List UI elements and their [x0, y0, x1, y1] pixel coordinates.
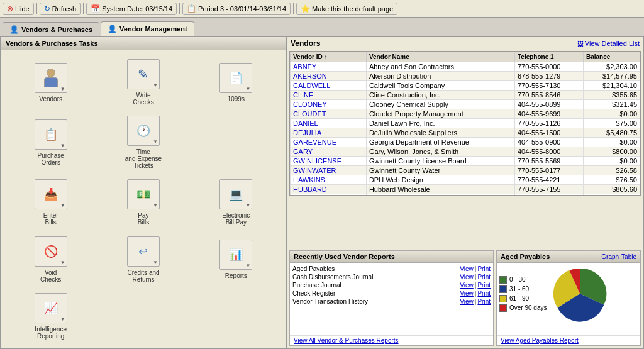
table-row[interactable]: AKERSON Akerson Distribution 678-555-127… [291, 72, 640, 81]
report-print-link[interactable]: Print [477, 298, 491, 305]
vendor-link[interactable]: GWINLICENSE [293, 157, 341, 165]
right-panel: Vendors 🖼 View Detailed List Vendor ID ↑… [287, 37, 643, 348]
table-row[interactable]: HUBBARD Hubbard Wholesale 770-555-7155 $… [291, 185, 640, 194]
vendor-link[interactable]: ABNEY [293, 63, 316, 70]
report-print-link[interactable]: Print [477, 282, 491, 289]
vendor-link[interactable]: AKERSON [293, 72, 327, 80]
table-row[interactable]: JACKSON Jackson Advertising Company 404-… [291, 194, 640, 196]
task-vendors[interactable]: ▼ Vendors [7, 57, 94, 108]
vendor-link[interactable]: CLOUDET [293, 110, 326, 118]
table-row[interactable]: DANIEL Daniel Lawn Pro, Inc. 770-555-112… [291, 119, 640, 128]
report-print-link[interactable]: Print [477, 290, 491, 297]
table-row[interactable]: DEJULIA DeJulia Wholesale Suppliers 404-… [291, 128, 640, 138]
vendor-link[interactable]: HUBBARD [293, 186, 327, 193]
view-all-reports-link[interactable]: View All Vendor & Purchases Reports [290, 335, 493, 345]
table-row[interactable]: GARY Gary, Wilson, Jones, & Smith 404-55… [291, 147, 640, 157]
report-links: View | Print [460, 282, 491, 289]
table-row[interactable]: GWINWATER Gwinnett County Water 770-555-… [291, 166, 640, 175]
vendor-id-cell[interactable]: CLOUDET [291, 109, 367, 119]
vendor-link[interactable]: GARY [293, 148, 313, 155]
vendor-link[interactable]: DEJULIA [293, 129, 321, 136]
task-purchase-orders-label: PurchaseOrders [38, 152, 64, 166]
vendor-id-cell[interactable]: CLINE [291, 91, 367, 100]
period-button[interactable]: 📋 Period 3 - 03/01/14-03/31/14 [182, 3, 291, 15]
vendor-link[interactable]: CALDWELL [293, 82, 330, 89]
vendor-id-cell[interactable]: CALDWELL [291, 81, 367, 91]
vendor-id-cell[interactable]: DANIEL [291, 119, 367, 128]
table-row[interactable]: CLOONEY Clooney Chemical Supply 404-555-… [291, 100, 640, 109]
task-void-checks[interactable]: 🚫 ▼ VoidChecks [7, 234, 94, 285]
vendor-link[interactable]: GWINWATER [293, 167, 336, 174]
refresh-button[interactable]: ↻ Refresh [40, 3, 81, 15]
doc-icon: 📄 [229, 71, 243, 85]
table-row[interactable]: HAWKINS DPH Web Design 770-555-4221 $76.… [291, 175, 640, 185]
vendor-id-cell[interactable]: GAREVENUE [291, 138, 367, 147]
tab-vendors-purchases[interactable]: 👤 Vendors & Purchases [3, 22, 99, 36]
table-row[interactable]: GWINLICENSE Gwinnett County License Boar… [291, 157, 640, 166]
system-date-button[interactable]: 📅 System Date: 03/15/14 [86, 3, 177, 15]
report-view-link[interactable]: View [460, 282, 474, 289]
task-write-checks[interactable]: ✎ ▼ WriteChecks [99, 57, 187, 108]
task-pay-bills[interactable]: 💵 ▼ PayBills [99, 177, 187, 228]
table-row[interactable]: CLINE Cline Construction, Inc. 770-555-8… [291, 91, 640, 100]
report-view-link[interactable]: View [460, 298, 474, 305]
task-reports[interactable]: 📊 ▼ Reports [192, 234, 280, 285]
aged-pie-chart [552, 265, 608, 322]
aged-graph-tab[interactable]: Graph [601, 253, 619, 260]
table-row[interactable]: CALDWELL Caldwell Tools Company 770-555-… [291, 81, 640, 91]
report-view-link[interactable]: View [460, 290, 474, 297]
col-vendor-id[interactable]: Vendor ID ↑ [291, 52, 367, 62]
hide-button[interactable]: ⊗ Hide [3, 3, 34, 15]
table-row[interactable]: CLOUDET Cloudet Property Management 404-… [291, 109, 640, 119]
vendor-id-cell[interactable]: ABNEY [291, 62, 367, 72]
enter-bills-arrow: ▼ [60, 202, 65, 208]
task-intelligence-reporting[interactable]: 📈 ▼ IntelligenceReporting [7, 291, 94, 342]
vendor-link[interactable]: CLINE [293, 91, 313, 99]
task-1099s[interactable]: 📄 ▼ 1099s [192, 57, 280, 108]
vendor-link[interactable]: DANIEL [293, 119, 318, 127]
vendor-id-cell[interactable]: GWINWATER [291, 166, 367, 175]
vendor-id-cell[interactable]: CLOONEY [291, 100, 367, 109]
task-purchase-orders[interactable]: 📋 ▼ PurchaseOrders [7, 113, 94, 172]
vendor-link[interactable]: HAWKINS [293, 176, 325, 184]
vendor-phone-cell: 770-555-5569 [514, 157, 583, 166]
vendor-id-cell[interactable]: AKERSON [291, 72, 367, 81]
stop-icon: ⊗ [7, 4, 13, 13]
report-print-link[interactable]: Print [477, 274, 491, 280]
1099s-arrow: ▼ [245, 86, 250, 92]
view-detailed-link[interactable]: 🖼 View Detailed List [577, 40, 640, 47]
report-print-link[interactable]: Print [477, 265, 491, 272]
task-write-checks-icon-box: ✎ ▼ [127, 59, 160, 89]
vendor-link[interactable]: GAREVENUE [293, 138, 336, 146]
report-view-link[interactable]: View [460, 265, 474, 272]
task-enter-bills[interactable]: 📥 ▼ EnterBills [7, 177, 94, 228]
vendors-table-scroll[interactable]: Vendor ID ↑ Vendor Name Telephone 1 Bala… [289, 51, 641, 196]
task-credits-returns[interactable]: ↩ ▼ Credits andReturns [99, 234, 187, 285]
col-balance[interactable]: Balance [583, 52, 640, 62]
task-reports-icon-box: 📊 ▼ [219, 240, 252, 270]
vendor-name-cell: Gwinnett County License Board [366, 157, 514, 166]
reports-icon: 📊 [229, 248, 243, 262]
view-aged-payables-link[interactable]: View Aged Payables Report [497, 335, 640, 345]
task-electronic-bill-pay[interactable]: 💻 ▼ ElectronicBill Pay [192, 177, 280, 228]
vendor-id-cell[interactable]: GARY [291, 147, 367, 157]
vendor-id-cell[interactable]: JACKSON [291, 194, 367, 196]
vendor-id-cell[interactable]: GWINLICENSE [291, 157, 367, 166]
col-vendor-name[interactable]: Vendor Name [366, 52, 514, 62]
table-row[interactable]: ABNEY Abney and Son Contractors 770-555-… [291, 62, 640, 72]
vendor-link[interactable]: JACKSON [293, 195, 326, 196]
report-view-link[interactable]: View [460, 274, 474, 280]
vendor-id-cell[interactable]: HAWKINS [291, 175, 367, 185]
vendor-link[interactable]: CLOONEY [293, 101, 327, 108]
table-row[interactable]: GAREVENUE Georgia Department of Revenue … [291, 138, 640, 147]
col-telephone[interactable]: Telephone 1 [514, 52, 583, 62]
default-page-button[interactable]: ⭐ Make this the default page [296, 3, 397, 15]
legend-color [499, 285, 507, 293]
tab-vendor-management[interactable]: 👤 Vendor Management [101, 21, 194, 36]
vendor-balance-cell: $26.58 [583, 166, 640, 175]
report-name: Check Register [292, 290, 460, 297]
task-time-expense[interactable]: 🕐 ▼ Timeand ExpenseTickets [99, 113, 187, 172]
vendor-id-cell[interactable]: DEJULIA [291, 128, 367, 138]
aged-table-tab[interactable]: Table [621, 253, 636, 260]
vendor-id-cell[interactable]: HUBBARD [291, 185, 367, 194]
